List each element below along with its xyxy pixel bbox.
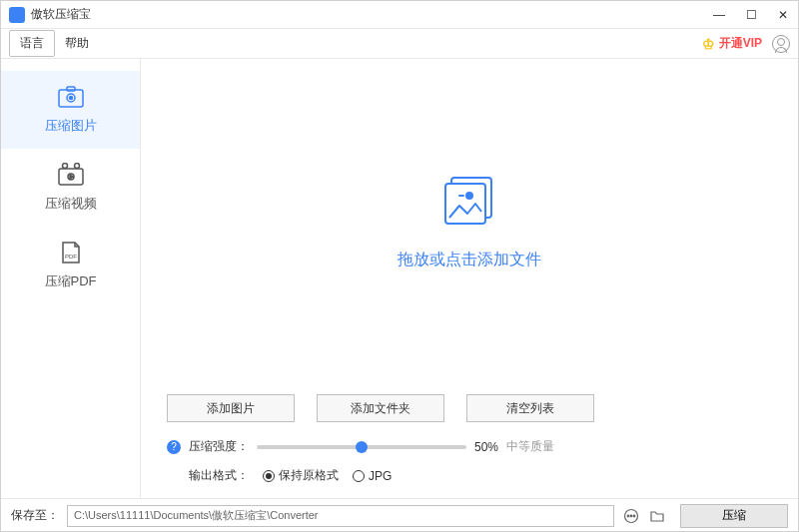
menu-help[interactable]: 帮助 xyxy=(55,31,99,56)
save-path-input[interactable] xyxy=(67,505,614,527)
sidebar-item-video[interactable]: 压缩视频 xyxy=(1,149,140,227)
maximize-button[interactable]: ☐ xyxy=(744,8,758,22)
sidebar-item-pdf[interactable]: PDF 压缩PDF xyxy=(1,227,140,304)
compress-button[interactable]: 压缩 xyxy=(680,504,788,528)
controls-panel: 添加图片 添加文件夹 清空列表 ? 压缩强度： 50% 中等质量 输出格式： 保… xyxy=(141,380,798,498)
radio-keep-label: 保持原格式 xyxy=(279,467,339,484)
main-panel: 拖放或点击添加文件 添加图片 添加文件夹 清空列表 ? 压缩强度： 50% 中等… xyxy=(141,59,798,498)
drop-zone[interactable]: 拖放或点击添加文件 xyxy=(141,59,798,380)
crown-icon: ♔ xyxy=(702,36,715,52)
svg-point-5 xyxy=(62,164,67,169)
radio-jpg-label: JPG xyxy=(369,469,392,483)
add-image-button[interactable]: 添加图片 xyxy=(167,394,295,422)
radio-keep-format[interactable]: 保持原格式 xyxy=(263,467,339,484)
svg-point-2 xyxy=(69,97,72,100)
footer: 保存至： 压缩 xyxy=(1,498,798,532)
titlebar: 傲软压缩宝 — ☐ ✕ xyxy=(1,1,798,29)
app-title: 傲软压缩宝 xyxy=(31,6,712,23)
close-button[interactable]: ✕ xyxy=(776,8,790,22)
sidebar-item-image[interactable]: 压缩图片 xyxy=(1,71,140,149)
slider-thumb[interactable] xyxy=(356,441,368,453)
sidebar-label: 压缩视频 xyxy=(45,195,97,213)
sidebar: 压缩图片 压缩视频 PDF 压缩PDF xyxy=(1,59,141,498)
format-label: 输出格式： xyxy=(189,467,249,484)
app-icon xyxy=(9,7,25,23)
svg-point-14 xyxy=(630,515,632,517)
sidebar-label: 压缩图片 xyxy=(45,117,97,135)
svg-point-6 xyxy=(74,164,79,169)
vip-button[interactable]: ♔ 开通VIP xyxy=(702,35,762,52)
radio-circle-icon xyxy=(353,470,365,482)
minimize-button[interactable]: — xyxy=(712,8,726,22)
svg-point-13 xyxy=(627,515,629,517)
menubar: 语言 帮助 ♔ 开通VIP xyxy=(1,29,798,59)
svg-rect-3 xyxy=(67,87,75,91)
clear-list-button[interactable]: 清空列表 xyxy=(466,394,594,422)
svg-rect-10 xyxy=(445,184,485,224)
svg-text:PDF: PDF xyxy=(65,254,77,260)
strength-slider[interactable] xyxy=(257,445,466,449)
window-controls: — ☐ ✕ xyxy=(712,8,790,22)
svg-point-15 xyxy=(633,515,635,517)
folder-icon[interactable] xyxy=(648,507,666,525)
radio-jpg[interactable]: JPG xyxy=(353,469,392,483)
quality-label: 中等质量 xyxy=(506,438,554,455)
image-icon xyxy=(437,170,501,234)
sidebar-label: 压缩PDF xyxy=(45,272,97,290)
user-icon[interactable] xyxy=(772,35,790,53)
menu-language[interactable]: 语言 xyxy=(9,30,55,57)
vip-label: 开通VIP xyxy=(719,35,762,52)
strength-label: 压缩强度： xyxy=(189,438,249,455)
save-to-label: 保存至： xyxy=(11,507,59,524)
video-icon xyxy=(57,163,85,187)
camera-icon xyxy=(57,85,85,109)
more-icon[interactable] xyxy=(622,507,640,525)
radio-circle-icon xyxy=(263,470,275,482)
drop-text: 拖放或点击添加文件 xyxy=(398,250,541,270)
strength-value: 50% xyxy=(474,440,498,454)
pdf-icon: PDF xyxy=(57,241,85,265)
svg-point-11 xyxy=(466,193,472,199)
add-folder-button[interactable]: 添加文件夹 xyxy=(317,394,444,422)
info-icon[interactable]: ? xyxy=(167,440,181,454)
